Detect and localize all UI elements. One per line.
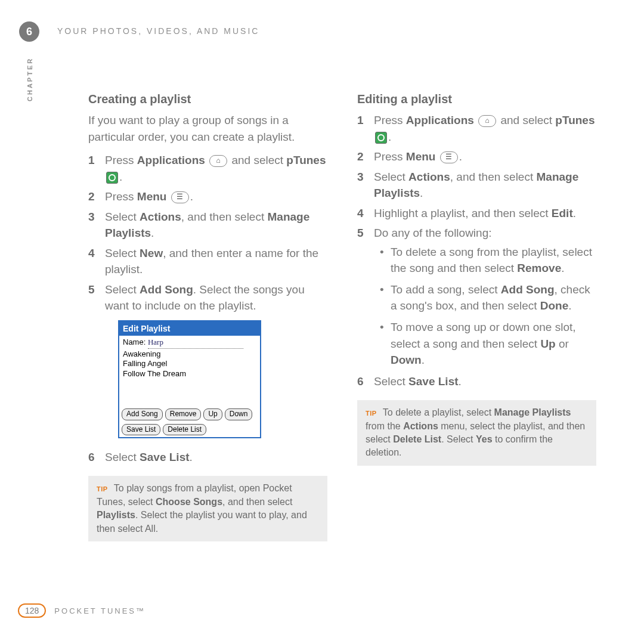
bold-manage-playlists: Manage Playlists [494, 407, 571, 417]
tip-tag: TIP [366, 410, 377, 417]
list-item: Awakening [123, 349, 256, 359]
tip-playlist-play: TIP To play songs from a playlist, open … [88, 476, 327, 541]
screenshot-button-row-1: Add Song Remove Up Down [119, 407, 260, 422]
text: Do any of the following: [374, 227, 492, 239]
footer-title: POCKET TUNES™ [54, 606, 145, 615]
name-value: Harp [148, 337, 243, 349]
heading-creating: Creating a playlist [88, 92, 327, 106]
tip-delete-playlist: TIP To delete a playlist, select Manage … [357, 400, 596, 466]
chapter-vertical-label: CHAPTER [26, 57, 33, 101]
text: Select [105, 283, 140, 296]
text: . [388, 131, 391, 143]
step-5: Select Add Song. Select the songs you wa… [88, 281, 327, 438]
btn-remove: Remove [165, 408, 202, 420]
bold-delete-list: Delete List [393, 434, 441, 444]
bold-actions: Actions [403, 421, 438, 431]
tip-tag: TIP [97, 485, 108, 493]
text: Select [374, 171, 408, 183]
text: Press [374, 150, 406, 163]
text: . [459, 150, 462, 163]
bold-save-list: Save List [140, 451, 189, 463]
menu-icon: ☰ [171, 191, 189, 203]
screenshot-name-row: Name: Harp [119, 336, 260, 349]
menu-icon: ☰ [440, 151, 458, 163]
column-editing-playlist: Editing a playlist Press Applications ⌂ … [357, 92, 596, 541]
step-2: Press Menu ☰. [88, 188, 327, 205]
text: Highlight a playlist, and then select [374, 207, 552, 219]
screenshot-button-row-2: Save List Delete List [119, 422, 260, 437]
bold-up: Up [540, 338, 555, 350]
step-4: Select New, and then enter a name for th… [88, 245, 327, 278]
list-item: Falling Angel [123, 359, 256, 369]
page-footer: 128 POCKET TUNES™ [18, 603, 145, 618]
ptunes-icon [375, 132, 387, 144]
text: . [422, 354, 425, 366]
sub-bullets: To delete a song from the playlist, sele… [380, 244, 596, 369]
btn-add-song: Add Song [122, 408, 163, 420]
text: and select [497, 114, 555, 126]
text: , and then select [450, 171, 537, 183]
bullet-remove: To delete a song from the playlist, sele… [380, 244, 596, 277]
text: . [573, 207, 576, 219]
text: , and then select [222, 497, 292, 507]
text: or [556, 338, 569, 350]
bold-add-song: Add Song [140, 283, 193, 296]
bold-menu: Menu [406, 150, 436, 163]
home-icon: ⌂ [478, 115, 496, 127]
screenshot-song-list: Awakening Falling Angel Follow The Dream [119, 349, 260, 407]
step-1: Press Applications ⌂ and select pTunes . [357, 112, 596, 145]
steps-editing: Press Applications ⌂ and select pTunes .… [357, 112, 596, 389]
step-1: Press Applications ⌂ and select pTunes . [88, 152, 327, 185]
bold-actions: Actions [408, 171, 450, 183]
bold-playlists: Playlists [97, 510, 135, 520]
heading-editing: Editing a playlist [357, 92, 596, 106]
bold-menu: Menu [137, 190, 167, 203]
text: . [561, 262, 564, 274]
bold-applications: Applications [406, 114, 474, 126]
bullet-move: To move a song up or down one slot, sele… [380, 319, 596, 369]
text: Press [374, 114, 406, 126]
screenshot-titlebar: Edit Playlist [119, 321, 260, 336]
bold-remove: Remove [517, 262, 561, 274]
column-creating-playlist: Creating a playlist If you want to play … [88, 92, 327, 541]
text: and select [228, 154, 286, 166]
bold-choose-songs: Choose Songs [156, 497, 222, 507]
btn-delete-list: Delete List [163, 424, 206, 435]
name-label: Name: [123, 338, 148, 346]
text: Press [105, 154, 137, 166]
text: . [190, 190, 193, 203]
bold-down: Down [391, 354, 422, 366]
text: Press [105, 190, 137, 203]
text: from the [366, 421, 403, 431]
bold-actions: Actions [140, 210, 181, 223]
bold-edit: Edit [552, 207, 573, 219]
page-number: 128 [18, 603, 46, 618]
bold-yes: Yes [476, 434, 493, 444]
ptunes-icon [106, 172, 118, 184]
text: , and then select [181, 210, 268, 223]
bold-applications: Applications [137, 154, 205, 166]
text: . [151, 227, 154, 239]
bold-save-list: Save List [408, 375, 458, 388]
bold-ptunes: pTunes [555, 114, 595, 126]
step-3: Select Actions, and then select Manage P… [357, 169, 596, 202]
text: Select [105, 210, 140, 223]
text: . [459, 375, 462, 388]
intro-creating: If you want to play a group of songs in … [88, 112, 327, 145]
bold-ptunes: pTunes [286, 154, 326, 166]
btn-down: Down [225, 408, 253, 420]
bold-done: Done [540, 299, 569, 312]
step-3: Select Actions, and then select Manage P… [88, 209, 327, 242]
chapter-badge: 6 [19, 21, 39, 42]
step-6: Select Save List. [88, 449, 327, 466]
text: . Select [441, 434, 476, 444]
btn-save-list: Save List [122, 424, 160, 435]
text: Select [374, 375, 408, 388]
text: To add a song, select [391, 283, 501, 296]
text: . [420, 187, 423, 199]
edit-playlist-screenshot: Edit Playlist Name: Harp Awakening Falli… [118, 320, 261, 438]
text: Select [105, 247, 140, 259]
steps-creating: Press Applications ⌂ and select pTunes .… [88, 152, 327, 465]
text: . [119, 171, 122, 183]
list-item: Follow The Dream [123, 369, 256, 379]
